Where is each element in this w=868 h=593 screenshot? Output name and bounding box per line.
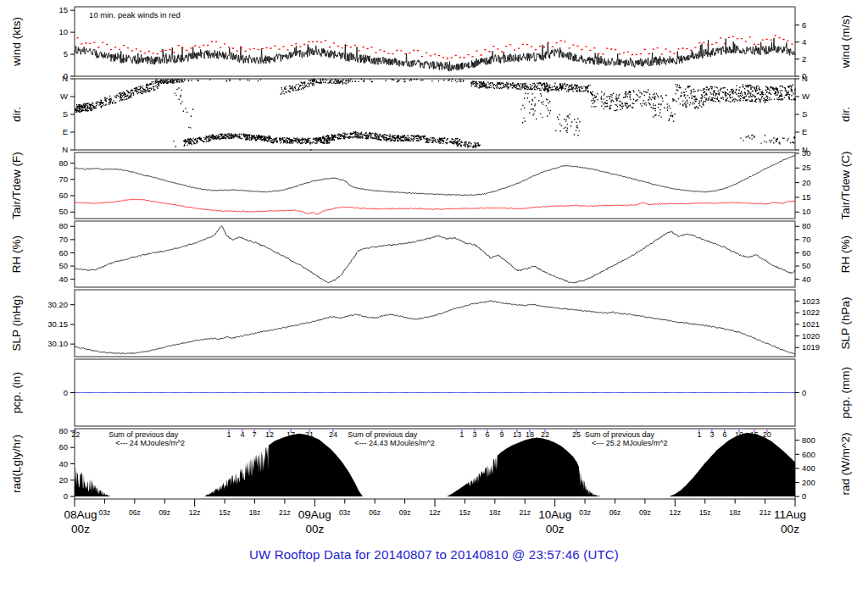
- weather-multipanel-chart: 0510150246wind (kts)wind (m/s)10 min. pe…: [0, 0, 868, 593]
- xtick-minor-label: 12z: [429, 508, 441, 517]
- rad-sum-label: Sum of previous day: [108, 430, 179, 439]
- rad-cumulative-mark: 6: [722, 430, 726, 439]
- axis-label-right-tair: Tair/Tdew (C): [839, 151, 852, 219]
- ytick-left-slp: 30.20: [47, 300, 68, 309]
- xtick-minor-label: 12z: [189, 508, 201, 517]
- xtick-minor-label: 21z: [519, 508, 531, 517]
- xtick-date-label: 09Aug: [298, 508, 331, 521]
- ytick-right-dir: E: [802, 127, 807, 136]
- xtick-hour-label: 00z: [71, 523, 90, 535]
- axis-label-right-wind: wind (m/s): [839, 15, 852, 69]
- ytick-right-rad: 200: [802, 478, 815, 487]
- ytick-right-wind: 4: [802, 37, 806, 47]
- ytick-right-tair: 10: [802, 207, 811, 216]
- panel-slp: 30.1030.1530.2010191020102110221023SLP (…: [10, 290, 852, 357]
- xtick-hour-label: 00z: [305, 523, 324, 535]
- ytick-left-rh: 70: [58, 235, 68, 244]
- xtick-date-label: 11Aug: [774, 508, 806, 521]
- ytick-right-tair: 25: [802, 163, 811, 172]
- ytick-right-wind: 2: [802, 54, 806, 64]
- ytick-right-rh: 60: [802, 248, 811, 258]
- rad-cumulative-mark: 13: [513, 430, 521, 439]
- rad-cumulative-mark: 21: [305, 430, 314, 439]
- axis-label-right-slp: SLP (hPa): [839, 296, 852, 349]
- ytick-right-rad: 600: [802, 450, 815, 459]
- ytick-right-slp: 1022: [802, 308, 820, 317]
- ytick-left-dir: W: [60, 91, 68, 101]
- rad-cumulative-mark: 12: [265, 430, 274, 439]
- axis-label-left-slp: SLP (inHg): [10, 296, 23, 352]
- axis-label-left-tair: Tair/Tdew (F): [10, 152, 23, 219]
- ytick-left-pcp: 0: [64, 388, 68, 397]
- rad-cumulative-mark: 7: [253, 430, 257, 439]
- ytick-left-dir: N: [62, 145, 68, 154]
- rad-cumulative-mark: 17: [287, 430, 295, 439]
- xtick-hour-label: 00z: [781, 523, 799, 535]
- rad-cumulative-mark: 10: [735, 430, 743, 439]
- ytick-right-rh: 80: [802, 221, 811, 230]
- xtick-date-label: 10Aug: [538, 508, 571, 521]
- ytick-right-tair: 30: [802, 148, 811, 158]
- chart-figure: 0510150246wind (kts)wind (m/s)10 min. pe…: [0, 0, 868, 593]
- xtick-hour-label: 00z: [546, 523, 565, 535]
- xtick-minor-label: 06z: [129, 508, 141, 517]
- ytick-left-tair: 70: [58, 175, 68, 184]
- ytick-right-rh: 40: [802, 274, 811, 284]
- rad-cumulative-mark: 3: [709, 430, 714, 439]
- rad-cumulative-mark: 1: [227, 430, 231, 439]
- ytick-right-dir: N: [802, 74, 808, 83]
- ytick-right-rad: 0: [802, 491, 806, 501]
- ytick-left-tair: 80: [58, 158, 68, 168]
- ytick-left-rad: 60: [58, 442, 68, 452]
- xtick-minor-label: 09z: [639, 508, 651, 517]
- axis-label-left-rh: RH (%): [10, 236, 23, 273]
- xtick-minor-label: 18z: [249, 508, 261, 517]
- rad-cumulative-mark: 22: [71, 430, 80, 439]
- ytick-left-rh: 40: [58, 274, 68, 284]
- panel-wind: 0510150246wind (kts)wind (m/s)10 min. pe…: [10, 5, 852, 80]
- ytick-left-rh: 80: [58, 221, 68, 230]
- rad-sum-label: Sum of previous day: [348, 430, 418, 439]
- ytick-left-rh: 60: [58, 248, 68, 258]
- xtick-minor-label: 09z: [159, 508, 170, 517]
- ytick-left-slp: 30.15: [47, 319, 68, 329]
- xtick-minor-label: 21z: [279, 508, 291, 517]
- rad-cumulative-mark: 9: [499, 430, 504, 439]
- ytick-right-dir: W: [802, 91, 810, 101]
- rad-cumulative-mark: 22: [541, 430, 549, 439]
- xtick-minor-label: 03z: [579, 508, 591, 517]
- panel-pcp: 00pcp. (in)pcp. (mm): [10, 359, 852, 426]
- rad-cumulative-mark: 18: [526, 430, 534, 439]
- rad-cumulative-mark: 6: [485, 430, 489, 439]
- axis-label-left-dir: dir.: [10, 107, 23, 122]
- ytick-left-rad: 0: [64, 491, 68, 501]
- ytick-right-rh: 70: [802, 235, 811, 244]
- ytick-right-dir: S: [802, 109, 807, 119]
- ytick-left-tair: 50: [58, 207, 68, 216]
- axis-label-right-rh: RH (%): [839, 236, 852, 273]
- ytick-right-rh: 50: [802, 261, 811, 270]
- ytick-left-wind: 15: [58, 5, 68, 14]
- ytick-left-wind: 10: [58, 27, 68, 36]
- axis-label-right-dir: dir.: [839, 107, 852, 122]
- xtick-minor-label: 06z: [369, 508, 381, 517]
- rad-cumulative-mark: 1: [697, 430, 701, 439]
- axis-label-left-pcp: pcp. (in): [10, 372, 23, 413]
- peak-winds-note: 10 min. peak winds in red: [89, 10, 181, 19]
- ytick-right-tair: 20: [802, 178, 811, 187]
- rad-cumulative-mark: 1: [459, 430, 464, 439]
- ytick-right-pcp: 0: [802, 388, 806, 397]
- ytick-right-tair: 15: [802, 192, 811, 202]
- rad-cumulative-mark: 15: [750, 430, 759, 439]
- rad-cumulative-mark: 25: [572, 430, 581, 439]
- ytick-left-dir: E: [63, 127, 68, 136]
- ytick-left-slp: 30.10: [47, 339, 68, 348]
- xtick-minor-label: 21z: [760, 508, 771, 517]
- xtick-minor-label: 18z: [489, 508, 501, 517]
- xtick-minor-label: 18z: [729, 508, 741, 517]
- xtick-date-label: 08Aug: [64, 508, 97, 521]
- panel-rad: 0204060800200400600800rad(Lgly/hr)rad (W…: [10, 426, 852, 501]
- panel-tair: 506070801015202530Tair/Tdew (F)Tair/Tdew…: [10, 148, 852, 219]
- rad-sum-value: <--- 24 MJoules/m^2: [115, 439, 185, 447]
- rad-cumulative-mark: 3: [472, 430, 476, 439]
